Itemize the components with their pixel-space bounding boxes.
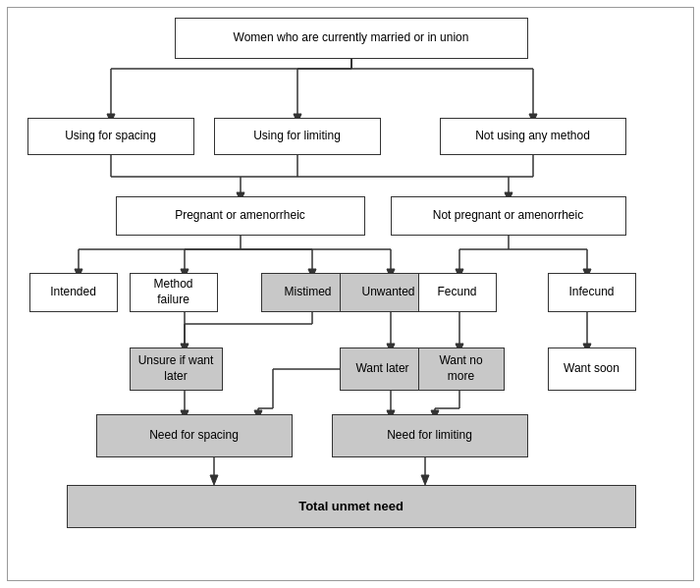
intended-box: Intended — [29, 273, 118, 312]
unsure-box: Unsure if want later — [130, 347, 223, 391]
want-later-box: Want later — [340, 347, 426, 391]
spacing-box: Using for spacing — [27, 118, 194, 155]
diagram-container: Women who are currently married or in un… — [7, 7, 694, 581]
infecund-box: Infecund — [548, 273, 636, 312]
total-box: Total unmet need — [67, 485, 636, 528]
need-spacing-box: Need for spacing — [96, 414, 293, 457]
svg-marker-62 — [421, 475, 429, 485]
limiting-box: Using for limiting — [214, 118, 381, 155]
fecund-box: Fecund — [418, 273, 497, 312]
want-soon-box: Want soon — [548, 347, 636, 391]
not-using-box: Not using any method — [440, 118, 626, 155]
not-pregnant-box: Not pregnant or amenorrheic — [391, 196, 626, 236]
pregnant-box: Pregnant or amenorrheic — [116, 196, 365, 236]
svg-marker-60 — [210, 475, 218, 485]
women-box: Women who are currently married or in un… — [175, 18, 528, 59]
method-failure-box: Method failure — [130, 273, 218, 312]
need-limiting-box: Need for limiting — [332, 414, 528, 457]
want-no-more-box: Want no more — [418, 347, 505, 391]
